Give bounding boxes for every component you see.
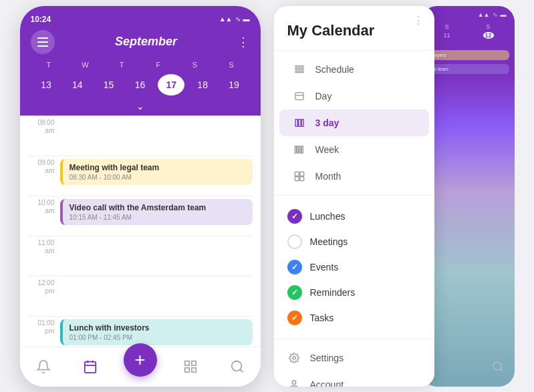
calendar-nav-button[interactable] [77, 353, 104, 380]
schedule-icon [293, 63, 306, 76]
search-nav-button[interactable] [224, 353, 251, 380]
week-icon [293, 143, 306, 156]
reminders-label: Reminders [310, 287, 356, 298]
time-slot-1000: 10:00am Video call with the Amsterdam te… [28, 196, 253, 236]
plus-icon: + [134, 351, 145, 369]
filter-events[interactable]: ✓ Events [274, 254, 434, 280]
calendar-header-row: September ⋮ [31, 27, 250, 58]
tasks-dot: ✓ [287, 311, 302, 325]
chevron-down-icon[interactable]: ⌄ [136, 101, 144, 112]
event-legal-time: 08:30 AM - 10:00 AM [70, 174, 246, 181]
date-14[interactable]: 14 [64, 74, 91, 95]
time-label-0800: 08:00am [28, 116, 60, 135]
calendar-menu-panel: ⋮ My Calendar Schedule [274, 6, 434, 387]
filter-meetings[interactable]: Meetings [274, 229, 434, 254]
svg-rect-5 [191, 361, 195, 365]
wifi-icon: ∿ [235, 15, 241, 23]
menu-item-3day[interactable]: 3 day [279, 110, 429, 136]
time-line-1000: Video call with the Amsterdam team 10:15… [60, 196, 253, 228]
phone-header: 10:24 ▲▲ ∿ ▬ September ⋮ T W T F S S 13 … [20, 6, 261, 116]
date-19[interactable]: 19 [221, 74, 247, 95]
svg-point-26 [293, 357, 295, 359]
day-label: Day [315, 91, 332, 102]
menu-settings[interactable]: Settings [274, 345, 434, 371]
menu-item-month[interactable]: Month [279, 163, 429, 190]
time-label-0900: 09:00am [28, 156, 60, 175]
status-time: 10:24 [31, 15, 51, 24]
ghost-phone: ▲▲ ∿ ▬ SS 1112 lawyers am team [421, 6, 515, 387]
svg-rect-22 [295, 172, 299, 176]
more-options-button[interactable]: ⋮ [237, 35, 249, 49]
svg-rect-13 [295, 92, 303, 100]
bell-nav-button[interactable] [30, 353, 57, 380]
calendar-body: 08:00am 09:00am Meeting with legal team … [20, 116, 261, 347]
week-days-row: T W T F S S [31, 58, 250, 71]
right-wrapper: ▲▲ ∿ ▬ SS 1112 lawyers am team ⋮ [274, 6, 515, 387]
panel-more-options[interactable]: ⋮ [413, 14, 424, 27]
svg-rect-7 [191, 368, 195, 372]
chevron-row: ⌄ [31, 101, 250, 116]
meetings-label: Meetings [310, 236, 348, 247]
event-legal-meeting[interactable]: Meeting with legal team 08:30 AM - 10:00… [60, 159, 253, 185]
settings-label: Settings [310, 353, 344, 363]
svg-rect-15 [295, 119, 297, 126]
filter-lunches[interactable]: ✓ Lunches [274, 204, 434, 229]
calendar-filters: ✓ Lunches Meetings ✓ Events ✓ Reminders [274, 196, 434, 339]
time-label-1200: 12:00pm [28, 276, 60, 295]
date-13[interactable]: 13 [33, 74, 59, 95]
event-amsterdam-time: 10:15 AM - 11:45 AM [70, 214, 246, 221]
reminders-dot: ✓ [287, 285, 302, 300]
reminders-check-icon: ✓ [291, 288, 298, 297]
date-18[interactable]: 18 [189, 74, 216, 95]
lunches-label: Lunches [310, 211, 346, 222]
time-line-1300: Lunch with investors 01:00 PM - 02:45 PM [60, 317, 253, 347]
signal-icon: ▲▲ [219, 15, 233, 23]
battery-icon: ▬ [243, 15, 250, 23]
view-toggle-nav-button[interactable] [177, 353, 204, 380]
time-slot-1200: 12:00pm [28, 276, 253, 316]
bottom-menu: Settings Account [274, 339, 434, 387]
time-label-1300: 01:00pm [28, 317, 60, 335]
weekday-5: S [218, 61, 245, 69]
svg-rect-0 [84, 362, 96, 373]
date-15[interactable]: 15 [96, 74, 122, 95]
time-label-1100: 11:00am [28, 236, 60, 255]
filter-tasks[interactable]: ✓ Tasks [274, 305, 434, 331]
tasks-check-icon: ✓ [291, 313, 298, 323]
account-label: Account [310, 379, 344, 387]
svg-rect-11 [295, 68, 303, 69]
add-event-fab[interactable]: + [124, 343, 157, 377]
week-label: Week [315, 144, 340, 155]
meetings-dot [287, 234, 302, 249]
menu-item-schedule[interactable]: Schedule [279, 56, 429, 83]
events-label: Events [310, 262, 339, 272]
time-slot-1100: 11:00am [28, 236, 253, 276]
date-16[interactable]: 16 [126, 74, 153, 95]
date-17-active[interactable]: 17 [158, 74, 184, 95]
svg-rect-12 [295, 71, 303, 72]
tasks-label: Tasks [310, 313, 334, 323]
time-slot-1300: 01:00pm Lunch with investors 01:00 PM - … [28, 316, 253, 347]
svg-rect-25 [299, 176, 303, 180]
settings-icon [287, 351, 301, 365]
filter-reminders[interactable]: ✓ Reminders [274, 280, 434, 305]
svg-rect-17 [301, 119, 303, 126]
svg-rect-23 [299, 172, 303, 176]
menu-account[interactable]: Account [274, 371, 434, 387]
3day-icon [293, 116, 306, 130]
account-icon [287, 378, 301, 387]
event-lunch-investors[interactable]: Lunch with investors 01:00 PM - 02:45 PM [60, 319, 253, 345]
panel-header: My Calendar [274, 6, 434, 51]
bottom-nav: + [20, 347, 261, 387]
menu-item-week[interactable]: Week [279, 136, 429, 163]
ghost-event-yellow: lawyers [426, 50, 509, 60]
time-label-1000: 10:00am [28, 196, 60, 215]
events-check-icon: ✓ [291, 262, 298, 272]
event-amsterdam-call[interactable]: Video call with the Amsterdam team 10:15… [60, 199, 253, 225]
hamburger-button[interactable] [31, 30, 55, 54]
ghost-status-bar: ▲▲ ∿ ▬ [421, 6, 515, 18]
svg-rect-16 [298, 119, 300, 126]
menu-item-day[interactable]: Day [279, 83, 429, 110]
month-title: September [115, 35, 177, 49]
ghost-wifi: ∿ [493, 11, 498, 18]
